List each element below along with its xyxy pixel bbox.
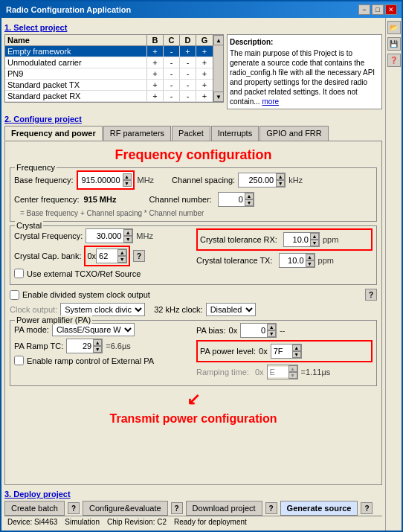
section1-content: Name B C D G Empty framework + - <box>4 34 382 109</box>
tab-gpio-frr[interactable]: GPIO and FRR <box>259 126 329 141</box>
table-scrollbar[interactable]: ▲ ▼ <box>213 35 223 102</box>
generate-source-button[interactable]: Generate source <box>280 501 358 516</box>
status-bar: Device: Si4463 Simulation Chip Revision:… <box>4 516 382 528</box>
crystal-freq-down[interactable]: ▼ <box>123 236 132 243</box>
configure-evaluate-button[interactable]: Configure&evaluate <box>83 501 168 516</box>
crystal-cap-up[interactable]: ▲ <box>117 249 126 256</box>
crystal-cap-label: Crystal Cap. bank: <box>14 251 81 260</box>
channel-number-arrows[interactable]: ▲ ▼ <box>245 193 254 206</box>
open-folder-button[interactable]: 📂 <box>387 21 401 34</box>
clock-help[interactable]: ? <box>365 289 377 301</box>
pa-bias-spinbox[interactable]: 0 ▲ ▼ <box>240 323 277 338</box>
channel-spacing-arrows[interactable]: ▲ ▼ <box>276 173 285 187</box>
ramping-arrows: ▲ ▼ <box>288 365 297 379</box>
tolerance-tx-unit: ppm <box>318 256 334 265</box>
crystal-cap-spinbox[interactable]: 62 ▲ ▼ <box>96 249 127 263</box>
help-button[interactable]: ❓ <box>387 54 401 67</box>
download-project-button[interactable]: Download project <box>186 501 262 516</box>
crystal-group-title: Crystal <box>15 221 43 230</box>
ramping-prefix: 0x <box>255 368 264 376</box>
tab-interrupts[interactable]: Interrupts <box>211 126 259 141</box>
section1: 1. Select project Name B C D G <box>4 21 382 112</box>
crystal-freq-label: Crystal Frequency: <box>14 231 83 240</box>
pa-bias-up[interactable]: ▲ <box>267 324 276 330</box>
channel-number-up[interactable]: ▲ <box>245 193 254 199</box>
crystal-freq-up[interactable]: ▲ <box>123 229 132 236</box>
pa-mode-label: PA mode: <box>14 325 49 334</box>
pa-ramp-arrows[interactable]: ▲ ▼ <box>93 339 102 353</box>
base-freq-spinbox[interactable]: 915.00000 ▲ ▼ <box>77 170 135 190</box>
tolerance-rx-arrows[interactable]: ▲ ▼ <box>310 233 319 246</box>
channel-spacing-label: Channel spacing: <box>172 176 235 185</box>
ramp-control-label: Enable ramp control of External PA <box>27 356 154 365</box>
tab-packet[interactable]: Packet <box>172 126 210 141</box>
base-freq-down[interactable]: ▼ <box>123 180 132 187</box>
crystal-freq-spinbox[interactable]: 30.000 ▲ ▼ <box>86 228 133 243</box>
pa-power-prefix: 0x <box>259 347 268 356</box>
pa-ramp-spinbox[interactable]: 29 ▲ ▼ <box>66 339 103 353</box>
channel-spacing-up[interactable]: ▲ <box>276 173 285 180</box>
create-batch-button[interactable]: Create batch <box>4 501 65 516</box>
down-arrow-icon: ↙ <box>187 390 200 408</box>
pa-power-arrows[interactable]: ▲ ▼ <box>292 344 301 358</box>
window-controls: − □ ✕ <box>358 4 397 15</box>
channel-number-spinbox[interactable]: 0 ▲ ▼ <box>218 192 254 207</box>
base-freq-arrows[interactable]: ▲ ▼ <box>123 173 132 187</box>
project-row[interactable]: Standard packet RX + - - + <box>5 91 213 102</box>
crystal-cap-help[interactable]: ? <box>133 250 145 262</box>
scroll-down-arrow[interactable]: ▼ <box>213 92 224 102</box>
channel-spacing-value: 250.00 <box>239 175 276 185</box>
pa-mode-select[interactable]: ClassE/Square W <box>52 323 135 336</box>
create-batch-help[interactable]: ? <box>68 502 80 514</box>
divided-clock-checkbox[interactable] <box>10 290 19 300</box>
tolerance-rx-up[interactable]: ▲ <box>310 233 319 240</box>
project-row[interactable]: PN9 + - - + <box>5 68 213 80</box>
project-name: Unmodulated carrier <box>5 57 147 68</box>
generate-source-help[interactable]: ? <box>361 502 373 514</box>
window-title: Radio Configuration Application <box>6 5 131 14</box>
tolerance-tx-spinbox[interactable]: 10.0 ▲ ▼ <box>279 253 315 268</box>
configure-evaluate-help[interactable]: ? <box>171 502 183 514</box>
crystal-cap-arrows[interactable]: ▲ ▼ <box>117 249 126 263</box>
tolerance-rx-down[interactable]: ▼ <box>310 240 319 246</box>
pa-ramp-up[interactable]: ▲ <box>93 339 102 346</box>
tolerance-tx-down[interactable]: ▼ <box>306 260 315 267</box>
download-project-help[interactable]: ? <box>265 502 277 514</box>
tab-frequency-power[interactable]: Frequency and power <box>4 126 103 141</box>
save-button[interactable]: 💾 <box>387 37 401 51</box>
project-row[interactable]: Unmodulated carrier + - - + <box>5 57 213 68</box>
ramp-control-checkbox[interactable] <box>14 356 24 365</box>
pa-power-up[interactable]: ▲ <box>292 344 301 351</box>
channel-spacing-down[interactable]: ▼ <box>276 180 285 187</box>
tolerance-tx-up[interactable]: ▲ <box>306 254 315 260</box>
power-left: PA mode: ClassE/Square W PA Ramp TC: 29 <box>14 323 190 382</box>
tcxo-checkbox[interactable] <box>14 269 24 278</box>
tolerance-rx-spinbox[interactable]: 10.0 ▲ ▼ <box>283 232 320 247</box>
channel-number-down[interactable]: ▼ <box>245 199 254 206</box>
scroll-up-arrow[interactable]: ▲ <box>213 35 224 45</box>
more-link[interactable]: more <box>262 97 279 106</box>
tolerance-tx-arrows[interactable]: ▲ ▼ <box>306 254 315 267</box>
clock-32k-select[interactable]: Disabled <box>206 303 256 316</box>
maximize-button[interactable]: □ <box>372 4 384 15</box>
close-button[interactable]: ✕ <box>385 4 397 15</box>
minimize-button[interactable]: − <box>358 4 370 15</box>
crystal-right: Crystal tolerance RX: 10.0 ▲ ▼ ppm <box>196 228 373 281</box>
pa-power-spinbox[interactable]: 7F ▲ ▼ <box>271 344 302 359</box>
title-bar: Radio Configuration Application − □ ✕ <box>1 1 402 18</box>
power-right: PA bias: 0x 0 ▲ ▼ -- <box>196 323 373 382</box>
pa-bias-arrows[interactable]: ▲ ▼ <box>267 324 276 337</box>
project-row[interactable]: Empty framework + - + + <box>5 46 213 57</box>
tab-rf-parameters[interactable]: RF parameters <box>103 126 171 141</box>
clock-output-select[interactable]: System clock divic <box>60 303 145 316</box>
channel-spacing-spinbox[interactable]: 250.00 ▲ ▼ <box>238 173 286 188</box>
project-row[interactable]: Standard packet TX + - - + <box>5 80 213 91</box>
pa-bias-down[interactable]: ▼ <box>267 330 276 337</box>
pa-ramp-down[interactable]: ▼ <box>93 346 102 353</box>
pa-power-value: 7F <box>271 346 292 356</box>
col-g: G <box>196 35 213 45</box>
base-freq-up[interactable]: ▲ <box>123 173 132 180</box>
crystal-freq-arrows[interactable]: ▲ ▼ <box>123 229 132 243</box>
pa-power-down[interactable]: ▼ <box>292 351 301 358</box>
crystal-cap-down[interactable]: ▼ <box>117 256 126 263</box>
